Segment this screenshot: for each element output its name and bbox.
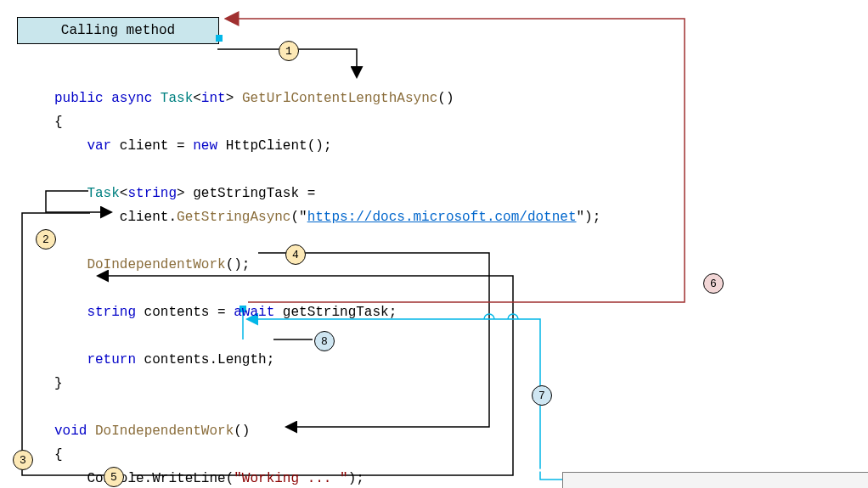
step-badge-3: 3 [13, 450, 33, 470]
step-badge-6: 6 [703, 273, 724, 294]
continuation-box [562, 472, 868, 488]
calling-method-label: Calling method [61, 23, 175, 38]
step-badge-7: 7 [532, 385, 552, 406]
step-badge-5: 5 [104, 467, 124, 487]
step-badge-8: 8 [314, 331, 335, 351]
code-block: public async Task<int> GetUrlContentLeng… [54, 87, 600, 488]
step-badge-2: 2 [36, 229, 56, 250]
resume-point-top [216, 35, 223, 42]
step-badge-1: 1 [279, 41, 299, 61]
step-badge-4: 4 [285, 244, 306, 265]
calling-method-box: Calling method [17, 17, 219, 44]
url-link[interactable]: https://docs.microsoft.com/dotnet [307, 210, 577, 225]
